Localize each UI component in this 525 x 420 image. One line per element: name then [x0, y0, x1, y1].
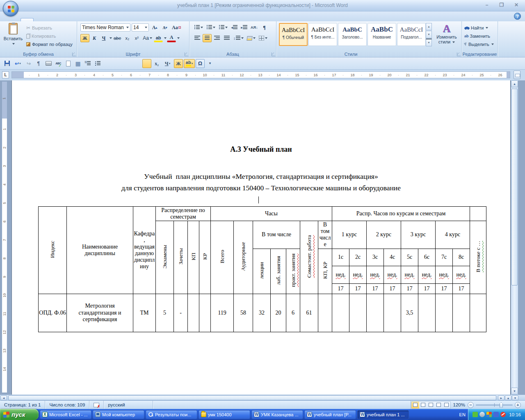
dialog-launcher-icon[interactable] [457, 52, 461, 56]
bullet-list-icon[interactable] [93, 59, 102, 68]
tray-network-icon[interactable] [493, 412, 499, 417]
numbered-list-button[interactable] [205, 23, 217, 32]
header-weeks-hours[interactable]: 17 [367, 283, 384, 294]
¶ Обычный[interactable]: AaBbCcI ¶ Обычный [279, 23, 308, 46]
horizontal-ruler[interactable]: 1234567891011121314151617181920212223242… [11, 71, 510, 78]
header-exams[interactable]: Экзамены [156, 221, 174, 294]
header-credits[interactable]: Зачеты [174, 221, 188, 294]
vertical-ruler[interactable]: 1 1234567891011121314 [2, 81, 7, 393]
header-sem[interactable]: 4с [384, 249, 401, 266]
header-sem[interactable]: 3с [367, 249, 384, 266]
header-kp-kr[interactable]: КП, КР [318, 249, 332, 294]
dialog-launcher-icon[interactable] [72, 52, 76, 56]
justify-button[interactable] [222, 34, 231, 42]
header-course-2[interactable]: 2 курс [367, 221, 401, 249]
cell-sem8[interactable] [453, 294, 470, 332]
header-weeks[interactable]: нед. [453, 266, 470, 283]
restore-button[interactable]: ❐ [496, 2, 507, 8]
header-sem[interactable]: 7с [436, 249, 453, 266]
scroll-down-icon[interactable]: ▼ [511, 388, 518, 395]
header-weeks-hours[interactable]: 17 [349, 283, 367, 294]
toolbar-overflow-icon[interactable]: ▾ [205, 59, 215, 68]
task-excel[interactable]: Microsoft Excel - ... [40, 410, 91, 419]
bold-icon[interactable]: Ж [174, 59, 183, 68]
copy-button[interactable]: Копировать [25, 32, 76, 40]
font-color-button[interactable]: А [167, 34, 176, 42]
Заголово...[interactable]: AaBbC Заголово... [338, 23, 367, 46]
show-marks-button[interactable]: ¶ [260, 23, 269, 32]
view-draft[interactable] [443, 402, 450, 409]
header-weeks-hours[interactable]: 17 [453, 283, 470, 294]
omega-icon[interactable]: Ω [196, 59, 205, 68]
justify-icon[interactable] [113, 59, 122, 68]
align-left-icon[interactable] [103, 59, 112, 68]
cell-sem2[interactable] [349, 294, 367, 332]
header-labs[interactable]: лаб. занятия [271, 249, 286, 294]
header-practice[interactable]: практ. занятия [286, 249, 300, 294]
decrease-indent-button[interactable]: ◂ [230, 23, 239, 32]
paste-button[interactable]: Вставить [3, 23, 23, 51]
ribbon-tab[interactable] [46, 18, 58, 21]
cell-practice[interactable]: 6 [286, 294, 300, 332]
ribbon-tab[interactable] [58, 18, 71, 21]
page-count[interactable]: Страница: 1 из 1 [0, 401, 45, 409]
justify-full-icon[interactable] [132, 59, 142, 68]
prev-page-icon[interactable]: ▲ [505, 395, 511, 400]
numbered-list-icon[interactable] [83, 59, 92, 68]
clear-formatting-button[interactable]: Aa [171, 23, 182, 32]
select-button[interactable]: Выделить [462, 40, 498, 48]
header-weeks[interactable]: нед. [384, 266, 401, 283]
cell-sem1[interactable] [332, 294, 349, 332]
header-weeks[interactable]: нед. [349, 266, 367, 283]
start-button[interactable]: пуск [0, 409, 39, 420]
view-web-layout[interactable] [427, 402, 435, 409]
align-center-icon[interactable] [142, 59, 151, 68]
header-weeks-hours[interactable]: 17 [384, 283, 401, 294]
chevron-down-icon[interactable] [110, 37, 112, 39]
header-stream[interactable]: В потоке с … [470, 221, 486, 294]
header-weeks[interactable]: нед. [418, 266, 436, 283]
horizontal-scrollbar[interactable]: ◄ ► ▲ ▼ [0, 395, 525, 400]
header-classroom[interactable]: Аудиторные [234, 221, 253, 294]
scroll-right-icon[interactable]: ► [498, 395, 504, 400]
zoom-slider[interactable] [476, 404, 513, 406]
chevron-down-icon[interactable] [164, 37, 167, 39]
ruler-toggle-button[interactable] [514, 71, 520, 79]
¶ Без инте...[interactable]: AaBbCcI ¶ Без инте... [308, 23, 337, 46]
align-right-button[interactable] [212, 34, 221, 42]
highlight-color-button[interactable]: ab [154, 34, 163, 42]
superscript-button[interactable]: x² [132, 34, 141, 42]
header-kp[interactable]: КП [188, 221, 199, 294]
header-sem[interactable]: 6с [418, 249, 436, 266]
header-semester-distribution[interactable]: Распределение по семестрам [156, 207, 211, 221]
help-icon[interactable]: ? [514, 13, 521, 20]
cell-sem4[interactable] [384, 294, 401, 332]
header-weeks-hours[interactable]: 17 [418, 283, 436, 294]
document-subtitle-2[interactable]: для студентов направления подготовки 150… [12, 184, 510, 192]
header-weeks[interactable]: нед. [436, 266, 453, 283]
cell-exams[interactable]: 5 [156, 294, 174, 332]
header-discipline[interactable]: Наименование дисциплины [67, 207, 133, 294]
clock[interactable]: 10:16 [509, 412, 521, 417]
cell-department[interactable]: ТМ [133, 294, 156, 332]
header-department[interactable]: Кафедра, ведущая данную дисциплину [133, 207, 156, 294]
scroll-down-icon[interactable]: ▼ [426, 31, 432, 38]
align-left-button[interactable] [193, 34, 202, 42]
scrollbar-thumb[interactable] [8, 395, 496, 400]
proofing-status[interactable] [89, 401, 104, 409]
document-heading[interactable]: А.3 Учебный план [12, 145, 510, 154]
header-including[interactable]: В том числе [253, 221, 300, 249]
header-empty[interactable] [470, 207, 486, 221]
header-hours[interactable]: Часы [211, 207, 332, 221]
shrink-font-button[interactable]: А [160, 23, 169, 32]
language-status[interactable]: русский [104, 401, 153, 409]
cell-labs[interactable]: 20 [271, 294, 286, 332]
ribbon-tab[interactable] [95, 18, 107, 21]
cell-sem6[interactable] [418, 294, 436, 332]
zoom-slider-thumb[interactable] [500, 402, 503, 408]
format-painter-button[interactable]: Формат по образцу [25, 40, 76, 48]
view-print-layout[interactable] [411, 402, 419, 409]
cell-sem5[interactable]: 3,5 [401, 294, 418, 332]
align-center-button[interactable] [203, 34, 212, 42]
grow-font-button[interactable]: А [150, 23, 159, 32]
